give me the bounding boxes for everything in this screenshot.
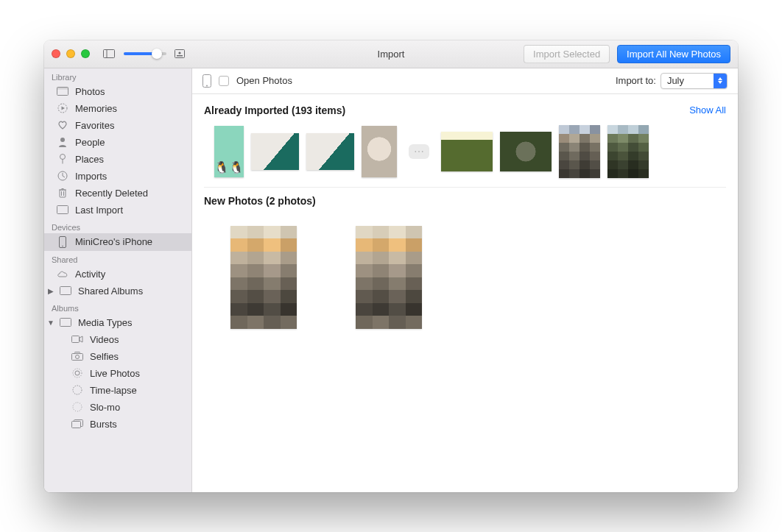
person-icon	[56, 137, 69, 147]
sidebar-item-recently-deleted[interactable]: Recently Deleted	[44, 185, 191, 202]
import-toolbar: Open Photos Import to: July	[192, 68, 738, 94]
already-imported-row: 🐧🐧 ⋯	[204, 122, 726, 188]
sidebar-item-label: Slo-mo	[90, 402, 120, 413]
trash-icon	[56, 188, 69, 198]
svg-point-20	[62, 245, 63, 247]
zoom-slider[interactable]	[124, 52, 166, 55]
sidebar-item-label: Bursts	[90, 419, 117, 430]
sidebar-item-favorites[interactable]: Favorites	[44, 117, 191, 134]
sidebar-group-albums: Albums	[44, 299, 191, 314]
sidebar-item-label: Activity	[75, 269, 105, 280]
svg-rect-33	[72, 422, 81, 428]
photo-thumbnail[interactable]	[607, 125, 649, 178]
sidebar-item-people[interactable]: People	[44, 134, 191, 151]
sidebar-item-label: Selfies	[90, 351, 119, 362]
thumbnail-size-icon[interactable]	[174, 49, 186, 58]
minimize-window-button[interactable]	[66, 49, 75, 58]
slomo-icon	[71, 402, 84, 412]
sidebar-item-selfies[interactable]: Selfies	[44, 348, 191, 365]
main-pane: Open Photos Import to: July Already Impo…	[192, 68, 738, 492]
sidebar-toggle-icon[interactable]	[103, 49, 115, 58]
sidebar-item-photos[interactable]: Photos	[44, 83, 191, 100]
svg-point-3	[178, 52, 180, 54]
sidebar-item-live-photos[interactable]: Live Photos	[44, 365, 191, 382]
sidebar-item-bursts[interactable]: Bursts	[44, 416, 191, 433]
heart-icon	[56, 121, 69, 130]
video-icon	[71, 336, 84, 343]
sidebar-item-imports[interactable]: Imports	[44, 168, 191, 185]
photo-thumbnail[interactable]	[230, 226, 297, 329]
svg-point-35	[206, 85, 208, 86]
timelapse-icon	[71, 385, 84, 395]
sidebar-item-label: Memories	[75, 103, 117, 114]
zoom-window-button[interactable]	[81, 49, 90, 58]
sidebar-item-slo-mo[interactable]: Slo-mo	[44, 399, 191, 416]
photo-thumbnail[interactable]	[559, 125, 600, 178]
device-iphone-icon	[202, 74, 211, 88]
svg-rect-21	[60, 287, 71, 295]
sidebar-item-label: Last Import	[75, 205, 123, 216]
sidebar-item-label: Photos	[75, 86, 105, 97]
show-all-link[interactable]: Show All	[689, 104, 726, 116]
import-to-label: Import to:	[616, 75, 656, 86]
sidebar-item-label: MiniCreo's iPhone	[75, 236, 152, 247]
camera-icon	[71, 352, 84, 361]
import-to-select[interactable]: July	[661, 73, 728, 89]
sidebar-item-places[interactable]: Places	[44, 151, 191, 168]
svg-rect-22	[60, 319, 71, 327]
sidebar-item-media-types[interactable]: ▼ Media Types	[44, 314, 191, 331]
svg-marker-8	[62, 107, 66, 110]
open-photos-checkbox[interactable]	[219, 76, 229, 86]
sidebar-item-label: Media Types	[78, 317, 132, 328]
svg-point-29	[73, 369, 82, 377]
photo-thumbnail[interactable]	[441, 132, 493, 171]
sidebar-group-shared: Shared	[44, 251, 191, 266]
svg-rect-25	[72, 354, 83, 361]
svg-point-31	[73, 402, 82, 411]
import-selected-button[interactable]: Import Selected	[524, 45, 610, 63]
photo-thumbnail[interactable]	[362, 126, 397, 177]
sidebar-item-memories[interactable]: Memories	[44, 100, 191, 117]
photo-thumbnail[interactable]: 🐧🐧	[214, 126, 244, 177]
sidebar: Library Photos Memories Favorites People…	[44, 68, 192, 492]
photos-icon	[56, 87, 69, 96]
svg-point-28	[75, 371, 80, 375]
photo-thumbnail[interactable]	[251, 133, 299, 170]
sidebar-item-label: Live Photos	[90, 368, 140, 379]
sidebar-item-shared-albums[interactable]: ▶ Shared Albums	[44, 283, 191, 299]
photo-thumbnail[interactable]	[356, 226, 422, 329]
window-controls	[52, 49, 90, 58]
window-title: Import	[378, 49, 405, 60]
sidebar-item-device-iphone[interactable]: MiniCreo's iPhone	[44, 233, 191, 251]
svg-rect-13	[60, 190, 66, 197]
sidebar-group-library: Library	[44, 68, 191, 83]
svg-rect-6	[57, 88, 68, 90]
sidebar-item-videos[interactable]: Videos	[44, 331, 191, 348]
sidebar-item-label: Videos	[90, 334, 119, 345]
memories-icon	[56, 103, 69, 113]
sidebar-item-label: Imports	[75, 171, 107, 182]
folder-icon	[59, 318, 72, 327]
svg-rect-4	[177, 55, 183, 57]
disclosure-triangle-icon[interactable]: ▶	[47, 287, 54, 295]
cloud-icon	[56, 269, 69, 278]
pin-icon	[56, 154, 69, 164]
clock-icon	[56, 171, 69, 181]
titlebar: Import Import Selected Import All New Ph…	[44, 40, 738, 68]
photo-thumbnail[interactable]	[500, 132, 552, 171]
sidebar-item-label: Shared Albums	[78, 285, 143, 297]
more-thumbnails-indicator[interactable]: ⋯	[409, 144, 429, 159]
disclosure-triangle-icon[interactable]: ▼	[47, 319, 54, 327]
sidebar-item-last-import[interactable]: Last Import	[44, 202, 191, 219]
sidebar-item-time-lapse[interactable]: Time-lapse	[44, 382, 191, 399]
svg-rect-0	[104, 50, 115, 58]
sidebar-item-activity[interactable]: Activity	[44, 266, 191, 283]
import-all-button[interactable]: Import All New Photos	[617, 45, 730, 63]
sidebar-group-devices: Devices	[44, 219, 191, 233]
photo-thumbnail[interactable]	[306, 133, 354, 170]
live-photo-icon	[71, 368, 84, 378]
new-photos-row	[204, 213, 726, 329]
import-to-value: July	[667, 75, 684, 86]
close-window-button[interactable]	[52, 49, 60, 58]
album-icon	[59, 286, 72, 295]
